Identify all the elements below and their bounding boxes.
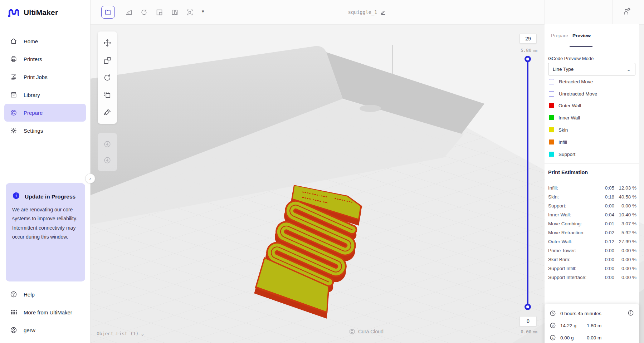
extruder-2-select-button[interactable] — [103, 156, 111, 164]
sidebar-item-label: Settings — [24, 128, 43, 134]
estimation-label: Outer Wall: — [548, 239, 572, 244]
notice-title: Update in Progress — [25, 192, 75, 202]
checkbox[interactable] — [549, 91, 554, 97]
estimation-percent: 40.58 % — [619, 194, 636, 200]
estimation-row: Infill: 0:05 12.03 % — [545, 184, 639, 193]
update-notice-card: Update in Progress We are renovating our… — [6, 183, 85, 281]
estimation-label: Infill: — [548, 185, 558, 191]
toggle-unretracted-move[interactable]: Unretracted Move — [549, 90, 597, 97]
chevron-down-icon: ⌄ — [141, 331, 144, 336]
estimation-label: Skirt Brim: — [548, 257, 570, 262]
preview-settings-panel: Prepare Preview GCode Preview Mode Line … — [545, 24, 639, 343]
layer-slider-track[interactable] — [527, 59, 528, 307]
estimation-label: Move Retraction: — [548, 230, 585, 235]
object-list-toggle[interactable]: Object List (1) ⌄ — [97, 331, 144, 336]
duplicate-icon — [103, 91, 111, 99]
sidebar-collapse-button[interactable]: ‹ — [85, 173, 95, 183]
estimation-percent: 0.00 % — [621, 266, 636, 271]
layer-bottom-mm-label: 0.00mm — [504, 329, 537, 334]
sidebar-item-account[interactable]: gerw — [0, 321, 90, 339]
estimation-row: Support Interface: 0:00 0.00 % — [545, 273, 639, 282]
estimation-time: 0:00 — [605, 203, 614, 209]
brand-logo[interactable]: UltiMaker — [8, 7, 58, 18]
sidebar-item-prepare[interactable]: Prepare — [4, 104, 86, 122]
sidebar-item-library[interactable]: Library — [0, 86, 90, 104]
layer-bottom-value-box[interactable]: 0 — [519, 316, 537, 326]
estimation-label: Support Infill: — [548, 266, 576, 271]
panel-body: GCode Preview Mode Line Type ⌄ Retracted… — [545, 47, 639, 343]
estimation-time: 0:01 — [605, 221, 614, 226]
sidebar-item-print-jobs[interactable]: Print Jobs — [0, 68, 90, 86]
legend-label: Infill — [558, 139, 567, 145]
estimation-time: 0:02 — [605, 230, 614, 235]
checkbox[interactable] — [549, 79, 554, 84]
legend-row: Skin — [549, 126, 568, 133]
estimation-row: Outer Wall: 0:12 27.99 % — [545, 237, 639, 246]
printer-icon — [10, 55, 17, 63]
chevron-down-icon: ⌄ — [626, 67, 631, 72]
estimation-time: 0:05 — [605, 185, 614, 191]
estimation-time: 0:00 — [605, 266, 614, 271]
layer-slider-top-handle[interactable] — [525, 56, 531, 62]
help-icon — [10, 291, 17, 298]
rotate-tool-button-vp[interactable] — [103, 74, 111, 82]
paint-brush-icon — [103, 108, 111, 116]
estimation-row: Move Retraction: 0:02 5.92 % — [545, 229, 639, 237]
info-icon[interactable] — [628, 310, 634, 316]
support-paint-tool-button[interactable] — [103, 108, 111, 116]
toggle-retracted-move[interactable]: Retracted Move — [549, 78, 593, 85]
main-sidebar: UltiMaker Home Printers Print Jobs — [0, 0, 91, 343]
sidebar-item-label: Print Jobs — [24, 74, 48, 80]
estimation-row: Support Infill: 0:00 0.00 % — [545, 264, 639, 273]
cura-logo-icon — [349, 328, 355, 335]
gcode-mode-select[interactable]: Line Type ⌄ — [548, 63, 635, 75]
extruder-1-select-button[interactable] — [103, 140, 111, 148]
legend-label: Inner Wall — [558, 115, 580, 121]
layer-slider-bottom-handle[interactable] — [525, 304, 531, 310]
sidebar-item-home[interactable]: Home — [0, 32, 90, 50]
apps-grid-icon — [10, 309, 17, 316]
extruder-tools-card-disabled — [98, 133, 117, 171]
estimation-percent: 10.40 % — [619, 212, 636, 217]
legend-swatch — [549, 152, 554, 157]
tab-preview[interactable]: Preview — [572, 24, 591, 47]
info-icon — [12, 192, 20, 200]
panel-tabs: Prepare Preview — [545, 24, 639, 47]
print-estimation-table: Infill: 0:05 12.03 % Skin: 0:18 40.58 % … — [545, 184, 639, 282]
legend-row: Infill — [549, 138, 567, 146]
layer-top-value-box[interactable]: 29 — [519, 34, 537, 44]
scale-icon — [103, 57, 111, 64]
clock-icon — [550, 310, 556, 317]
sidebar-item-printers[interactable]: Printers — [0, 50, 90, 68]
estimation-label: Support: — [548, 203, 566, 209]
layer-top-value: 29 — [525, 36, 531, 41]
estimation-percent: 0.00 % — [621, 275, 636, 280]
mirror-copy-tool-button[interactable] — [103, 91, 111, 99]
estimation-percent: 0.00 % — [621, 248, 636, 253]
move-tool-button[interactable] — [103, 39, 111, 47]
estimation-time: 0:04 — [605, 212, 614, 217]
toggle-label: Unretracted Move — [559, 91, 597, 97]
home-icon — [10, 38, 17, 45]
username-label: gerw — [24, 327, 35, 333]
extruder-circle-icon — [103, 140, 111, 148]
legend-swatch — [549, 127, 554, 132]
scale-tool-button-vp[interactable] — [103, 57, 111, 64]
sidebar-item-help[interactable]: Help — [0, 285, 90, 303]
print-duration-row: 0 hours 45 minutes — [550, 310, 634, 317]
person-gear-icon — [623, 7, 631, 16]
print-jobs-icon — [10, 73, 17, 80]
cura-cloud-watermark: Cura Cloud — [349, 328, 384, 335]
material-grams: 14.22 g — [560, 323, 582, 328]
sidebar-item-more-from-ultimaker[interactable]: More from UltiMaker — [0, 303, 90, 321]
extruder-0-material-row: 0 14.22 g 1.80 m — [550, 322, 634, 329]
printer-access-icon[interactable] — [623, 7, 631, 17]
ultimaker-logo-icon — [8, 7, 20, 18]
legend-row: Inner Wall — [549, 114, 580, 121]
sidebar-item-settings[interactable]: Settings — [0, 122, 90, 139]
panel-divider — [545, 163, 639, 163]
estimation-percent: 12.03 % — [619, 185, 636, 191]
tab-prepare[interactable]: Prepare — [551, 24, 568, 47]
sidebar-item-label: Prepare — [24, 110, 43, 116]
rename-pencil-icon[interactable] — [380, 9, 386, 15]
